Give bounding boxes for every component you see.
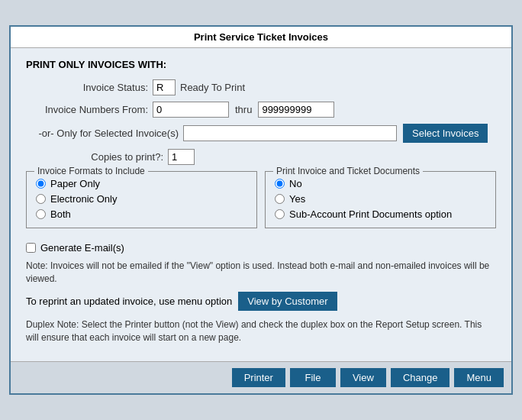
generate-emails-checkbox[interactable] bbox=[26, 243, 36, 253]
print-no-radio[interactable] bbox=[275, 179, 285, 189]
format-both-row: Both bbox=[36, 208, 247, 220]
note-text: Note: Invoices will not be emailed if th… bbox=[26, 260, 496, 286]
format-electronic-label: Electronic Only bbox=[50, 193, 117, 205]
format-paper-label: Paper Only bbox=[50, 178, 100, 189]
invoice-numbers-row: Invoice Numbers From: thru bbox=[26, 102, 496, 118]
view-by-customer-button[interactable]: View by Customer bbox=[238, 292, 337, 311]
menu-button[interactable]: Menu bbox=[454, 368, 504, 387]
copies-input[interactable] bbox=[168, 149, 195, 165]
selected-invoices-row: -or- Only for Selected Invoice(s) Select… bbox=[26, 124, 496, 143]
invoice-thru-input[interactable] bbox=[258, 102, 334, 118]
invoice-status-desc: Ready To Print bbox=[180, 82, 245, 93]
content-area: PRINT ONLY INVOICES WITH: Invoice Status… bbox=[11, 48, 511, 360]
format-electronic-radio[interactable] bbox=[36, 194, 46, 204]
selected-label: -or- Only for Selected Invoice(s) bbox=[26, 128, 179, 139]
print-yes-radio[interactable] bbox=[275, 194, 285, 204]
print-yes-row: Yes bbox=[275, 193, 486, 205]
select-invoices-button[interactable]: Select Invoices bbox=[403, 124, 488, 143]
generate-emails-label: Generate E-mail(s) bbox=[40, 242, 124, 254]
format-both-radio[interactable] bbox=[36, 209, 46, 219]
invoice-numbers-label: Invoice Numbers From: bbox=[26, 104, 148, 115]
invoice-formats-group: Invoice Formats to Include Paper Only El… bbox=[26, 171, 257, 228]
invoice-status-input[interactable] bbox=[153, 79, 176, 95]
invoice-formats-title: Invoice Formats to Include bbox=[34, 166, 148, 176]
view-button[interactable]: View bbox=[340, 368, 386, 387]
invoice-status-row: Invoice Status: Ready To Print bbox=[26, 79, 496, 95]
duplex-note: Duplex Note: Select the Printer button (… bbox=[26, 318, 496, 344]
print-documents-title: Print Invoice and Ticket Documents bbox=[273, 166, 423, 176]
print-no-row: No bbox=[275, 178, 486, 189]
invoice-from-input[interactable] bbox=[153, 102, 229, 118]
invoice-status-label: Invoice Status: bbox=[26, 82, 148, 93]
generate-emails-row: Generate E-mail(s) bbox=[26, 242, 496, 254]
print-subaccount-row: Sub-Account Print Documents option bbox=[275, 208, 486, 220]
format-electronic-row: Electronic Only bbox=[36, 193, 247, 205]
thru-label: thru bbox=[235, 104, 252, 115]
print-no-label: No bbox=[289, 178, 302, 189]
copies-row: Copies to print?: bbox=[26, 149, 496, 165]
reprint-label: To reprint an updated invoice, use menu … bbox=[26, 296, 232, 307]
format-paper-radio[interactable] bbox=[36, 179, 46, 189]
format-both-label: Both bbox=[50, 208, 71, 220]
window-title: Print Service Ticket Invoices bbox=[194, 31, 328, 43]
bottom-bar: Printer File View Change Menu bbox=[11, 361, 511, 393]
title-bar: Print Service Ticket Invoices bbox=[11, 27, 511, 48]
printer-button[interactable]: Printer bbox=[232, 368, 285, 387]
print-subaccount-label: Sub-Account Print Documents option bbox=[289, 208, 452, 220]
print-yes-label: Yes bbox=[289, 193, 305, 205]
copies-label: Copies to print?: bbox=[26, 151, 163, 163]
main-window: Print Service Ticket Invoices PRINT ONLY… bbox=[9, 25, 513, 394]
file-button[interactable]: File bbox=[290, 368, 336, 387]
selected-invoices-input[interactable] bbox=[183, 125, 397, 141]
change-button[interactable]: Change bbox=[391, 368, 450, 387]
groups-container: Invoice Formats to Include Paper Only El… bbox=[26, 171, 496, 236]
reprint-row: To reprint an updated invoice, use menu … bbox=[26, 292, 496, 311]
format-paper-row: Paper Only bbox=[36, 178, 247, 189]
print-subaccount-radio[interactable] bbox=[275, 209, 285, 219]
print-documents-group: Print Invoice and Ticket Documents No Ye… bbox=[265, 171, 496, 228]
section-header: PRINT ONLY INVOICES WITH: bbox=[26, 59, 496, 70]
